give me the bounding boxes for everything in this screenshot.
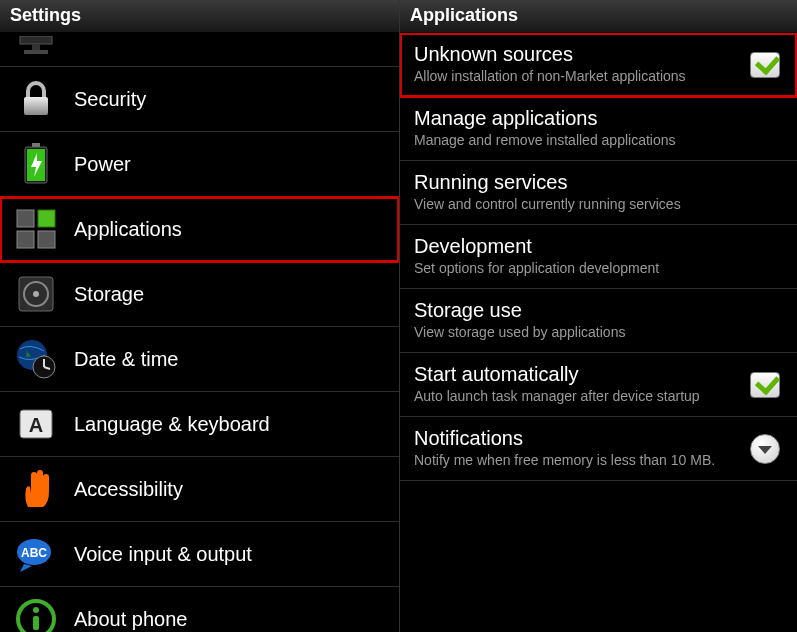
applications-icon: [14, 207, 58, 251]
svg-rect-2: [24, 50, 48, 54]
globe-clock-icon: [14, 337, 58, 381]
app-item-storage-use[interactable]: Storage use View storage used by applica…: [400, 289, 797, 353]
svg-text:ABC: ABC: [21, 546, 47, 560]
svg-rect-0: [20, 36, 52, 44]
settings-item-voice-input-output[interactable]: ABC Voice input & output: [0, 522, 399, 587]
settings-item-display[interactable]: [0, 33, 399, 67]
app-item-title: Unknown sources: [414, 43, 737, 66]
notifications-dropdown[interactable]: [750, 434, 780, 464]
svg-rect-10: [17, 231, 34, 248]
settings-item-label: Language & keyboard: [74, 413, 387, 436]
settings-item-label: Voice input & output: [74, 543, 387, 566]
settings-item-label: Security: [74, 88, 387, 111]
app-item-subtitle: Set options for application development: [414, 260, 783, 278]
start-automatically-checkbox[interactable]: [750, 372, 780, 398]
lock-icon: [14, 77, 58, 121]
app-item-subtitle: View storage used by applications: [414, 324, 783, 342]
settings-item-date-time[interactable]: Date & time: [0, 327, 399, 392]
settings-header: Settings: [0, 0, 399, 33]
settings-item-applications[interactable]: Applications: [0, 197, 399, 262]
app-item-title: Storage use: [414, 299, 783, 322]
svg-point-24: [33, 607, 39, 613]
svg-rect-11: [38, 231, 55, 248]
settings-item-about-phone[interactable]: About phone: [0, 587, 399, 632]
app-item-subtitle: Allow installation of non-Market applica…: [414, 68, 737, 86]
settings-item-label: Applications: [74, 218, 387, 241]
app-item-subtitle: Auto launch task manager after device st…: [414, 388, 737, 406]
settings-item-label: Accessibility: [74, 478, 387, 501]
applications-title: Applications: [410, 5, 518, 25]
battery-icon: [14, 142, 58, 186]
voice-icon: ABC: [14, 532, 58, 576]
app-item-title: Running services: [414, 171, 783, 194]
app-item-subtitle: View and control currently running servi…: [414, 196, 783, 214]
svg-rect-1: [32, 44, 40, 50]
app-item-running-services[interactable]: Running services View and control curren…: [400, 161, 797, 225]
app-item-title: Notifications: [414, 427, 737, 450]
settings-item-label: Storage: [74, 283, 387, 306]
app-item-notifications[interactable]: Notifications Notify me when free memory…: [400, 417, 797, 481]
app-item-subtitle: Notify me when free memory is less than …: [414, 452, 737, 470]
settings-item-label: Power: [74, 153, 387, 176]
settings-panel: Settings Security: [0, 0, 400, 632]
app-item-development[interactable]: Development Set options for application …: [400, 225, 797, 289]
settings-item-storage[interactable]: Storage: [0, 262, 399, 327]
svg-rect-25: [33, 616, 39, 630]
app-item-unknown-sources[interactable]: Unknown sources Allow installation of no…: [400, 33, 797, 97]
settings-item-security[interactable]: Security: [0, 67, 399, 132]
app-item-subtitle: Manage and remove installed applications: [414, 132, 783, 150]
svg-rect-9: [38, 210, 55, 227]
app-item-manage-applications[interactable]: Manage applications Manage and remove in…: [400, 97, 797, 161]
storage-icon: [14, 272, 58, 316]
applications-header: Applications: [400, 0, 797, 33]
svg-rect-8: [17, 210, 34, 227]
applications-panel: Applications Unknown sources Allow insta…: [400, 0, 797, 632]
svg-rect-3: [24, 97, 48, 115]
settings-title: Settings: [10, 5, 81, 25]
app-item-title: Development: [414, 235, 783, 258]
display-icon: [14, 34, 58, 60]
settings-item-power[interactable]: Power: [0, 132, 399, 197]
settings-item-language-keyboard[interactable]: A Language & keyboard: [0, 392, 399, 457]
applications-list: Unknown sources Allow installation of no…: [400, 33, 797, 632]
hand-icon: [14, 467, 58, 511]
settings-list: Security Power: [0, 33, 399, 632]
app-item-title: Manage applications: [414, 107, 783, 130]
settings-item-label: Date & time: [74, 348, 387, 371]
app-item-title: Start automatically: [414, 363, 737, 386]
info-icon: [14, 597, 58, 632]
app-item-start-automatically[interactable]: Start automatically Auto launch task man…: [400, 353, 797, 417]
settings-item-accessibility[interactable]: Accessibility: [0, 457, 399, 522]
svg-text:A: A: [29, 414, 43, 436]
settings-item-label: About phone: [74, 608, 387, 631]
unknown-sources-checkbox[interactable]: [750, 52, 780, 78]
keyboard-a-icon: A: [14, 402, 58, 446]
svg-rect-4: [32, 143, 40, 147]
svg-point-14: [33, 291, 39, 297]
